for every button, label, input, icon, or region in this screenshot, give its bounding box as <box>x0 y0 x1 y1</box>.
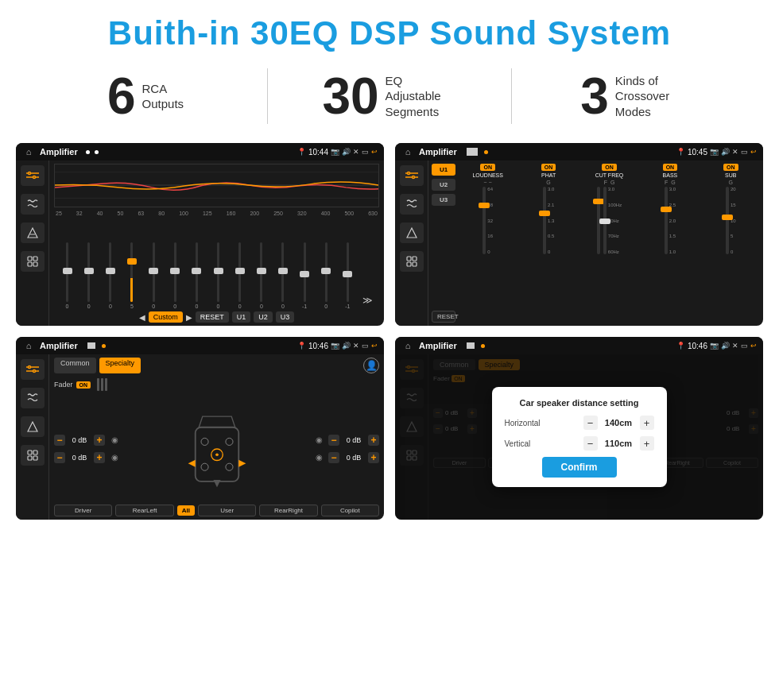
bass-slider[interactable]: 3.0 2.5 2.0 1.5 1.0 <box>665 187 676 254</box>
crossover-sb-4[interactable] <box>400 251 424 272</box>
eq-slider-11[interactable]: -1 <box>295 242 315 309</box>
all-btn[interactable]: All <box>177 505 195 516</box>
crossover-sidebar <box>395 160 428 326</box>
bass-on[interactable]: ON <box>663 164 678 171</box>
home-icon-2[interactable]: ⌂ <box>401 145 414 158</box>
crossover-sb-2[interactable] <box>400 194 424 215</box>
fader-tabs: Common Specialty 👤 <box>54 358 379 373</box>
eq-slider-1[interactable]: 0 <box>79 242 99 309</box>
eq-slider-2[interactable]: 0 <box>100 242 120 309</box>
driver-btn[interactable]: Driver <box>54 505 112 516</box>
eq-sidebar-btn-3[interactable] <box>21 222 45 243</box>
rr-minus[interactable]: − <box>328 452 339 463</box>
fl-plus[interactable]: + <box>94 435 105 446</box>
fr-minus[interactable]: − <box>328 435 339 446</box>
fader-sb-3[interactable] <box>21 416 45 437</box>
eq-slider-3[interactable]: 5 <box>122 242 141 309</box>
eq-slider-6[interactable]: 0 <box>187 242 207 309</box>
speaker-row-rr: ◉ − 0 dB + <box>312 451 379 464</box>
confirm-button[interactable]: Confirm <box>542 457 617 478</box>
eq-u2-btn[interactable]: U2 <box>254 311 273 323</box>
svg-point-44 <box>225 438 232 445</box>
eq-slider-13[interactable]: -1 <box>338 242 358 309</box>
phat-slider[interactable]: 3.0 2.1 1.3 0.5 0 <box>543 187 554 254</box>
fr-plus[interactable]: + <box>368 435 379 446</box>
sub-slider[interactable]: 20 15 10 5 0 <box>726 187 736 254</box>
eq-slider-8[interactable]: 0 <box>230 242 250 309</box>
eq-prev-btn[interactable]: ◀ <box>139 313 145 322</box>
rl-value: 0 dB <box>68 454 91 462</box>
preset-u1[interactable]: U1 <box>432 164 455 176</box>
eq-custom-btn[interactable]: Custom <box>149 311 183 323</box>
loudness-slider[interactable]: 64 48 32 16 0 <box>483 187 493 254</box>
eq-graph <box>54 164 379 207</box>
dialog-title: Car speaker distance setting <box>505 398 654 408</box>
preset-u3[interactable]: U3 <box>432 194 455 206</box>
eq-slider-0[interactable]: 0 <box>57 242 77 309</box>
fader-sb-2[interactable] <box>21 388 45 408</box>
rl-plus[interactable]: + <box>94 452 105 463</box>
crossover-screen: ⌂ Amplifier 📍 10:45 📷 🔊 ✕ ▭ ↩ <box>395 143 763 326</box>
fader-on-badge[interactable]: ON <box>76 381 91 389</box>
home-icon-3[interactable]: ⌂ <box>22 339 35 352</box>
rr-plus[interactable]: + <box>368 452 379 463</box>
eq-slider-9[interactable]: 0 <box>251 242 271 309</box>
svg-point-26 <box>28 366 30 369</box>
vertical-plus[interactable]: + <box>640 436 654 451</box>
dialog-overlay: Car speaker distance setting Horizontal … <box>395 354 763 520</box>
svg-rect-8 <box>28 257 32 261</box>
eq-sidebar-btn-4[interactable] <box>21 251 45 272</box>
eq-sidebar-btn-1[interactable] <box>21 165 45 186</box>
eq-sidebar-btn-2[interactable] <box>21 194 45 215</box>
horizontal-minus[interactable]: − <box>583 416 598 430</box>
fader-sb-4[interactable] <box>21 445 45 466</box>
rearright-btn[interactable]: RearRight <box>259 505 317 516</box>
page-title: Buith-in 30EQ DSP Sound System <box>16 14 763 52</box>
stat-rca-number: 6 <box>107 71 136 122</box>
status-bar-fader: ⌂ Amplifier 📍 10:46 📷 🔊 ✕ ▭ ↩ <box>16 337 384 354</box>
svg-rect-24 <box>407 262 411 266</box>
crossover-sb-3[interactable] <box>400 222 424 243</box>
svg-marker-21 <box>407 228 417 238</box>
tab-specialty[interactable]: Specialty <box>99 358 141 373</box>
svg-point-42 <box>215 453 219 456</box>
eq-slider-10[interactable]: 0 <box>273 242 293 309</box>
rl-minus[interactable]: − <box>54 452 65 463</box>
eq-slider-4[interactable]: 0 <box>144 242 164 309</box>
fader-speakers-left: − 0 dB + ◉ − 0 dB + ◉ <box>54 434 121 464</box>
cutfreq-slider[interactable]: 3.0 100Hz 80Hz 70Hz 60Hz <box>597 187 622 254</box>
rearleft-btn[interactable]: RearLeft <box>115 505 173 516</box>
copilot-btn[interactable]: Copilot <box>321 505 379 516</box>
fader-app-name: Amplifier <box>40 341 78 350</box>
vertical-minus[interactable]: − <box>583 436 598 451</box>
rl-speaker-icon: ◉ <box>108 451 121 464</box>
fader-label-row: Fader ON <box>54 378 379 391</box>
eq-slider-5[interactable]: 0 <box>165 242 185 309</box>
eq-next-btn[interactable]: ▶ <box>186 313 192 322</box>
home-icon-4[interactable]: ⌂ <box>401 339 414 352</box>
svg-marker-32 <box>28 422 37 431</box>
crossover-status-icons: 📍 10:45 📷 🔊 ✕ ▭ ↩ <box>676 148 757 157</box>
more-icon[interactable]: ≫ <box>359 292 376 309</box>
loudness-on[interactable]: ON <box>480 164 495 171</box>
eq-u1-btn[interactable]: U1 <box>232 311 251 323</box>
eq-u3-btn[interactable]: U3 <box>276 311 295 323</box>
horizontal-plus[interactable]: + <box>640 416 654 430</box>
tab-common[interactable]: Common <box>54 358 96 373</box>
home-icon[interactable]: ⌂ <box>22 145 35 158</box>
phat-on[interactable]: ON <box>541 164 556 171</box>
crossover-reset[interactable]: RESET <box>432 311 455 323</box>
eq-slider-12[interactable]: 0 <box>316 242 336 309</box>
svg-point-3 <box>33 176 35 179</box>
fader-profile-icon[interactable]: 👤 <box>363 358 379 373</box>
eq-reset-btn[interactable]: RESET <box>196 311 229 323</box>
preset-u2[interactable]: U2 <box>432 179 455 191</box>
crossover-sb-1[interactable] <box>400 165 424 186</box>
eq-content: 25 32 40 50 63 80 100 125 160 200 250 32… <box>49 160 384 326</box>
sub-on[interactable]: ON <box>723 164 738 171</box>
cutfreq-on[interactable]: ON <box>602 164 617 171</box>
fl-minus[interactable]: − <box>54 435 65 446</box>
eq-slider-7[interactable]: 0 <box>208 242 228 309</box>
user-btn[interactable]: User <box>198 505 256 516</box>
fader-sb-1[interactable] <box>21 359 45 380</box>
